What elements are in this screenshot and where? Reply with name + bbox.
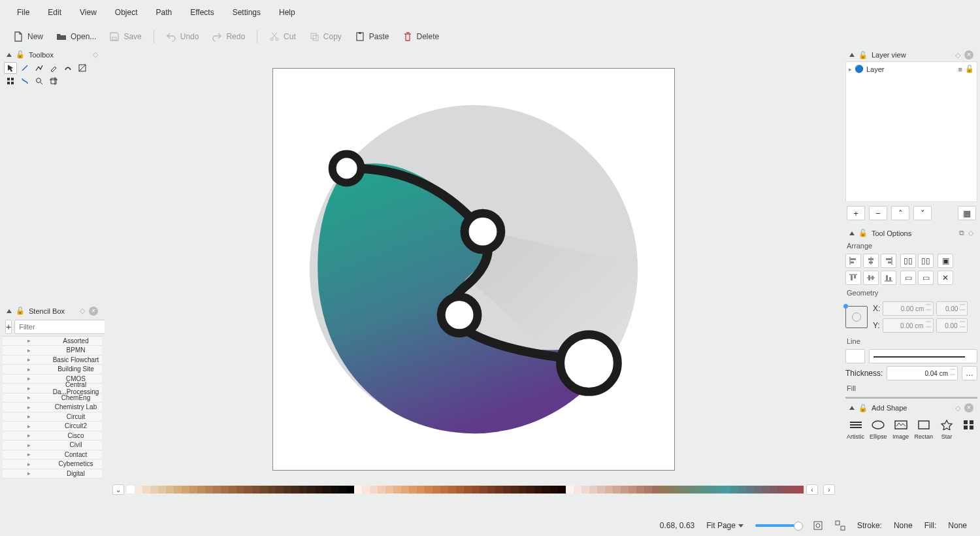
color-swatch[interactable]: [683, 486, 691, 494]
close-icon[interactable]: ×: [964, 403, 973, 412]
stencil-item[interactable]: ▸Civil: [3, 441, 102, 450]
stencil-item[interactable]: ▸Cybernetics: [3, 460, 102, 469]
thickness-input[interactable]: 0.04 cm: [887, 366, 958, 380]
lock-icon[interactable]: 🔓: [16, 307, 25, 315]
palette-prev-button[interactable]: ‹: [806, 484, 818, 495]
zoom-to-fit-icon[interactable]: [813, 520, 823, 531]
lock-icon[interactable]: 🔓: [858, 404, 868, 412]
color-swatch[interactable]: [331, 486, 338, 494]
color-swatch[interactable]: [770, 486, 777, 494]
line-tool[interactable]: [18, 62, 31, 74]
color-swatch[interactable]: [205, 486, 213, 494]
color-swatch[interactable]: [221, 486, 229, 494]
align-left-button[interactable]: [845, 254, 861, 268]
color-swatch[interactable]: [746, 486, 754, 494]
color-swatch[interactable]: [150, 486, 158, 494]
color-swatch[interactable]: [574, 486, 581, 494]
color-swatch[interactable]: [597, 486, 605, 494]
expand-icon[interactable]: ▸: [849, 66, 852, 73]
color-swatch[interactable]: [723, 486, 730, 494]
color-swatch[interactable]: [621, 486, 629, 494]
color-swatch[interactable]: [636, 486, 644, 494]
stencil-item[interactable]: ▸Contact: [3, 450, 102, 460]
menu-path[interactable]: Path: [147, 1, 182, 24]
line-cap-select[interactable]: [845, 349, 865, 363]
color-swatch[interactable]: [801, 486, 804, 494]
color-swatch[interactable]: [158, 486, 166, 494]
stencil-filter-input[interactable]: [14, 320, 114, 334]
color-swatch[interactable]: [715, 486, 723, 494]
color-swatch[interactable]: [323, 486, 331, 494]
color-swatch[interactable]: [644, 486, 652, 494]
w-input[interactable]: 0.00: [936, 301, 968, 316]
menu-view[interactable]: View: [71, 1, 106, 24]
color-swatch[interactable]: [707, 486, 715, 494]
color-swatch[interactable]: [370, 486, 378, 494]
color-swatch[interactable]: [495, 486, 503, 494]
save-button[interactable]: Save: [104, 29, 146, 44]
color-swatch[interactable]: [660, 486, 668, 494]
lock-icon[interactable]: 🔓: [858, 51, 868, 59]
canvas-area[interactable]: ⌄ ‹ ›: [105, 48, 843, 515]
collapse-icon[interactable]: [849, 406, 855, 410]
align-bottom-button[interactable]: [881, 271, 896, 285]
menu-effects[interactable]: Effects: [181, 1, 223, 24]
cut-button[interactable]: Cut: [264, 29, 301, 44]
distribute-v-center-button[interactable]: ▭: [918, 271, 934, 285]
stencil-item[interactable]: ▸Circuit2: [3, 422, 102, 431]
color-swatch[interactable]: [676, 486, 683, 494]
color-swatch[interactable]: [425, 486, 433, 494]
palette-menu-button[interactable]: ⌄: [112, 484, 124, 495]
color-swatch[interactable]: [417, 486, 425, 494]
fill-slider[interactable]: [845, 397, 977, 399]
collapse-icon[interactable]: [849, 231, 855, 235]
zoom-100-icon[interactable]: [835, 520, 845, 531]
shape-star[interactable]: Star: [938, 418, 955, 440]
color-swatch[interactable]: [393, 486, 401, 494]
copy-button[interactable]: Copy: [304, 29, 347, 44]
color-swatch[interactable]: [550, 486, 558, 494]
stencil-item[interactable]: ▸BPMN: [3, 346, 102, 356]
origin-picker[interactable]: [845, 306, 868, 328]
layer-up-button[interactable]: ˄: [891, 206, 909, 220]
add-layer-button[interactable]: +: [847, 206, 865, 220]
color-swatch[interactable]: [385, 486, 393, 494]
collapse-icon[interactable]: [849, 53, 855, 57]
color-swatch[interactable]: [346, 486, 354, 494]
align-right-button[interactable]: [881, 254, 896, 268]
color-swatch[interactable]: [785, 486, 793, 494]
stencil-item[interactable]: ▸Circuit: [3, 412, 102, 422]
group-button[interactable]: ▣: [938, 254, 953, 268]
color-swatch[interactable]: [613, 486, 621, 494]
align-top-button[interactable]: [845, 271, 861, 285]
undo-button[interactable]: Undo: [161, 29, 204, 44]
stencil-item[interactable]: ▸ChemEng: [3, 394, 102, 403]
color-swatch[interactable]: [189, 486, 197, 494]
layer-row[interactable]: ▸ 🔵 Layer ≡ 🔓: [849, 65, 974, 73]
color-swatch[interactable]: [252, 486, 260, 494]
lock-icon[interactable]: 🔓: [858, 229, 868, 237]
menu-file[interactable]: File: [8, 1, 39, 24]
layer-options-button[interactable]: ▦: [958, 206, 976, 220]
color-swatch[interactable]: [534, 486, 542, 494]
remove-layer-button[interactable]: −: [869, 206, 887, 220]
color-swatch[interactable]: [754, 486, 762, 494]
color-swatch[interactable]: [487, 486, 495, 494]
color-swatch[interactable]: [362, 486, 370, 494]
color-swatch[interactable]: [589, 486, 597, 494]
shape-more[interactable]: [960, 418, 977, 431]
color-swatch[interactable]: [730, 486, 738, 494]
layer-menu-icon[interactable]: ≡: [958, 65, 962, 73]
zoom-slider[interactable]: [755, 524, 801, 527]
color-swatch[interactable]: [472, 486, 480, 494]
color-swatch[interactable]: [276, 486, 284, 494]
open-button[interactable]: Open...: [51, 29, 101, 44]
stencil-item[interactable]: ▸Assorted: [3, 337, 102, 346]
panel-menu-icon[interactable]: ◇: [80, 307, 85, 315]
gradient-tool[interactable]: [76, 62, 89, 74]
color-swatch[interactable]: [777, 486, 785, 494]
stencil-item[interactable]: ▸Cisco: [3, 431, 102, 441]
color-swatch[interactable]: [566, 486, 574, 494]
collapse-icon[interactable]: [7, 53, 12, 57]
color-swatch[interactable]: [197, 486, 205, 494]
